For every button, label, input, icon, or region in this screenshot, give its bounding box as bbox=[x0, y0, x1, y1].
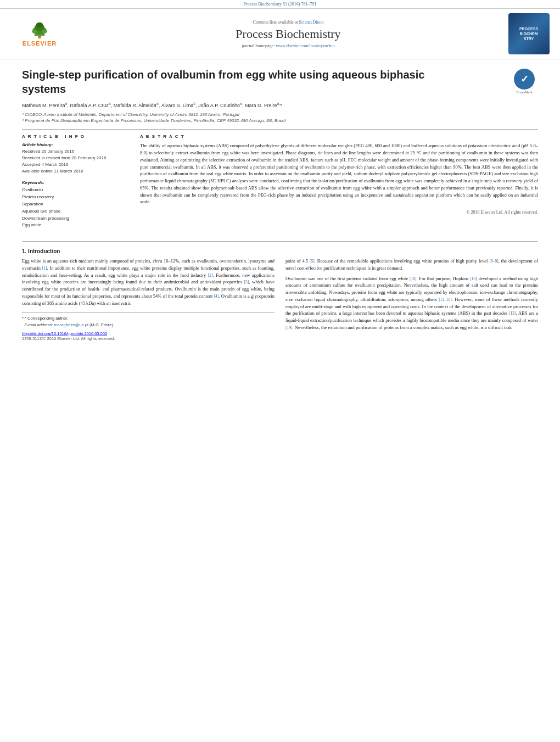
svg-point-5 bbox=[32, 29, 37, 33]
affiliation-b: ᵇ Programa de Pós-Graduação em Engenhari… bbox=[22, 118, 538, 124]
abstract-label: A B S T R A C T bbox=[140, 134, 538, 139]
crossmark-label: CrossMark bbox=[516, 91, 532, 94]
email-link[interactable]: maragfreire@ua.pt bbox=[54, 322, 88, 327]
title-area: Single-step purification of ovalbumin fr… bbox=[22, 68, 538, 96]
affiliations: ᵃ CICECO-Aveiro Institute of Materials, … bbox=[22, 111, 538, 124]
homepage-link[interactable]: www.elsevier.com/locate/procbio bbox=[276, 43, 334, 48]
intro-body-columns: Egg white is an aqueous-rich medium main… bbox=[22, 258, 538, 341]
intro-col-left: Egg white is an aqueous-rich medium main… bbox=[22, 258, 275, 341]
page-header: ELSEVIER Contents lists available at Sci… bbox=[0, 9, 560, 59]
intro-heading: 1. Introduction bbox=[22, 248, 538, 254]
title-divider bbox=[22, 129, 538, 130]
journal-homepage: journal homepage: www.elsevier.com/locat… bbox=[242, 43, 335, 48]
article-history-label: Article history: bbox=[22, 142, 129, 147]
crossmark-icon: ✓ bbox=[514, 69, 535, 90]
crossmark-badge: ✓ CrossMark bbox=[511, 68, 538, 95]
keyword-2: Protein recovery bbox=[22, 194, 129, 201]
accepted-date: Accepted 4 March 2016 bbox=[22, 161, 129, 168]
elsevier-logo: ELSEVIER bbox=[15, 20, 64, 48]
elsevier-tree-icon bbox=[23, 21, 56, 39]
footnote-email: E-mail address: maragfreire@ua.pt (M.G. … bbox=[22, 322, 275, 328]
elsevier-label: ELSEVIER bbox=[23, 40, 57, 47]
section-divider bbox=[22, 241, 538, 242]
journal-title: Process Biochemistry bbox=[236, 27, 340, 41]
journal-reference: Process Biochemistry 51 (2016) 781–791 bbox=[0, 0, 560, 9]
journal-header-center: Contents lists available at ScienceDirec… bbox=[72, 13, 504, 54]
intro-para-2: point of 4.5 [5]. Because of the remarka… bbox=[285, 258, 538, 272]
svg-point-6 bbox=[42, 29, 47, 33]
intro-para-1: Egg white is an aqueous-rich medium main… bbox=[22, 258, 275, 306]
keyword-5: Downstream processing bbox=[22, 215, 129, 222]
affiliation-a: ᵃ CICECO-Aveiro Institute of Materials, … bbox=[22, 111, 538, 118]
article-info-section-label: A R T I C L E I N F O bbox=[22, 134, 129, 139]
keywords-label: Keywords: bbox=[22, 180, 129, 185]
intro-col-right: point of 4.5 [5]. Because of the remarka… bbox=[285, 258, 538, 341]
article-title: Single-step purification of ovalbumin fr… bbox=[22, 68, 450, 96]
introduction-section: 1. Introduction Egg white is an aqueous-… bbox=[22, 248, 538, 341]
abstract-text: The ability of aqueous biphasic systems … bbox=[140, 142, 538, 205]
article-info-column: A R T I C L E I N F O Article history: R… bbox=[22, 134, 129, 235]
keywords-block: Keywords: Ovalbumin Protein recovery Sep… bbox=[22, 180, 129, 229]
keyword-6: Egg white bbox=[22, 222, 129, 229]
journal-badge: PROCESS BIOCHEM STRY bbox=[508, 13, 550, 54]
abstract-column: A B S T R A C T The ability of aqueous b… bbox=[140, 134, 538, 235]
authors: Matheus M. Pereiraa, Rafaela A.P. Cruza,… bbox=[22, 102, 538, 108]
elsevier-logo-area: ELSEVIER bbox=[7, 13, 72, 54]
info-abstract-section: A R T I C L E I N F O Article history: R… bbox=[22, 134, 538, 235]
issn-line: 1359-5113/© 2016 Elsevier Ltd. All right… bbox=[22, 336, 275, 341]
journal-badge-area: PROCESS BIOCHEM STRY bbox=[504, 13, 553, 54]
svg-point-4 bbox=[36, 22, 43, 27]
intro-para-3: Ovalbumin was one of the first proteins … bbox=[285, 275, 538, 331]
keyword-3: Separation bbox=[22, 201, 129, 208]
available-date: Available online 11 March 2016 bbox=[22, 168, 129, 175]
contents-link: Contents lists available at ScienceDirec… bbox=[253, 20, 324, 25]
copyright: © 2016 Elsevier Ltd. All rights reserved… bbox=[140, 210, 538, 215]
keyword-4: Aqueous two phase bbox=[22, 208, 129, 215]
keyword-1: Ovalbumin bbox=[22, 187, 129, 194]
article-history: Article history: Received 20 January 201… bbox=[22, 142, 129, 175]
article-body: Single-step purification of ovalbumin fr… bbox=[0, 59, 560, 349]
received-revised-date: Received in revised form 29 February 201… bbox=[22, 155, 129, 161]
doi-link[interactable]: http://dx.doi.org/10.1016/j.procbio.2016… bbox=[22, 331, 107, 336]
sciencedirect-link[interactable]: ScienceDirect bbox=[299, 20, 324, 25]
footnote-star: * * Corresponding author. bbox=[22, 315, 275, 321]
footnote-area: * * Corresponding author. E-mail address… bbox=[22, 312, 275, 341]
received-date: Received 20 January 2016 bbox=[22, 148, 129, 155]
doi-line: http://dx.doi.org/10.1016/j.procbio.2016… bbox=[22, 331, 275, 336]
